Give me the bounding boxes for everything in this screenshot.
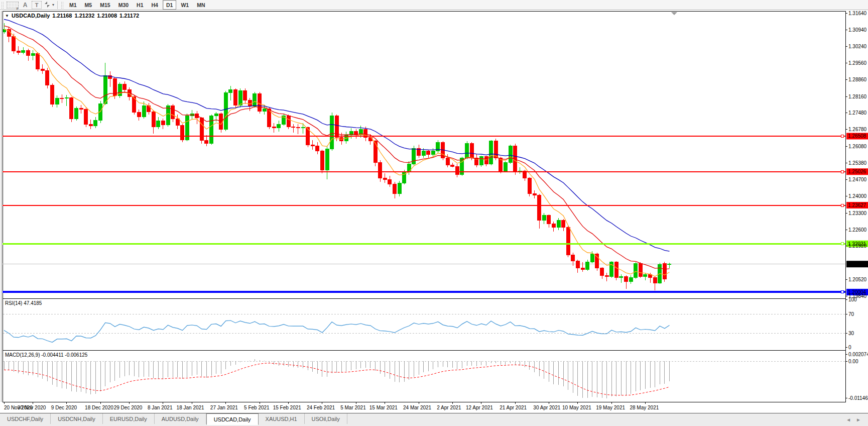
date-axis-label: 24 Feb 2021	[307, 405, 335, 410]
hline-handle[interactable]	[841, 204, 843, 206]
hline-price-badge-text: 1.25026	[848, 169, 866, 174]
price-axis-tick: 1.22600	[848, 227, 867, 233]
symbol-tab[interactable]: USOil,Daily	[305, 413, 347, 424]
rsi-axis-tick: 0	[848, 345, 851, 350]
price-axis-tick: 1.29560	[848, 60, 867, 66]
ohlc-open: 1.21168	[52, 13, 72, 19]
price-axis-tick: 1.24000	[848, 193, 867, 199]
symbol-tab[interactable]: AUDUSD,Daily	[155, 413, 206, 424]
date-axis-label: 30 Apr 2021	[533, 405, 560, 410]
chart-symbol-period: USDCAD,Daily	[12, 13, 50, 19]
rsi-axis-tick: 100	[848, 297, 857, 302]
date-axis-label: 30 Nov 2020	[18, 405, 46, 410]
hline-handle[interactable]	[841, 135, 843, 137]
ohlc-close: 1.21172	[119, 13, 139, 19]
macd-indicator-label: MACD(12,26,9) -0.004411 -0.006125	[5, 352, 87, 358]
price-axis-tick: 1.23300	[848, 210, 867, 216]
symbol-tab[interactable]: XAUUSD,H1	[259, 413, 305, 424]
rsi-axis-tick: 70	[848, 311, 854, 317]
date-axis-label: 2 Apr 2021	[437, 405, 461, 410]
date-axis-label: 21 Apr 2021	[500, 405, 527, 410]
price-axis-tick: 1.26080	[848, 144, 867, 149]
hline-price-badge-text: 1.26508	[848, 133, 866, 139]
symbol-tab[interactable]: EURUSD,Daily	[103, 413, 155, 424]
price-axis-tick: 1.31640	[848, 11, 867, 16]
hline-handle[interactable]	[841, 170, 843, 173]
symbol-tab[interactable]: USDCNH,Daily	[51, 413, 103, 424]
date-axis-label: 5 Mar 2021	[340, 405, 366, 410]
price-axis-tick: 1.27480	[848, 110, 867, 116]
current-price-badge-text: 1.21172	[848, 261, 866, 267]
price-axis-tick: 1.24700	[848, 177, 867, 182]
date-axis-label: 28 May 2021	[630, 405, 659, 410]
date-axis-label: 27 Jan 2021	[210, 405, 238, 410]
date-axis-label: 9 Dec 2020	[51, 405, 77, 410]
symbol-tab-label: USDCNH,Daily	[58, 416, 95, 422]
price-axis-tick: 1.21920	[848, 243, 867, 249]
price-axis-tick: 1.28860	[848, 77, 867, 82]
macd-axis-tick: -0.011462	[848, 395, 868, 401]
symbol-tab-label: EURUSD,Daily	[110, 416, 147, 422]
date-axis-label: 15 Feb 2021	[273, 405, 302, 410]
ohlc-high: 1.21232	[74, 13, 94, 19]
price-axis-tick: 1.28160	[848, 94, 867, 99]
symbol-tab-bar: USDCHF,DailyUSDCNH,DailyEURUSD,DailyAUDU…	[0, 413, 868, 426]
date-axis-label: 12 Apr 2021	[466, 405, 493, 410]
tab-scroll-right-arrow[interactable]: ►	[856, 417, 861, 422]
symbol-tab[interactable]: USDCAD,Daily	[206, 413, 259, 425]
macd-axis-tick: 0.00	[848, 359, 858, 364]
symbol-tab-label: AUDUSD,Daily	[162, 416, 199, 422]
hline-price-badge-text: 1.23627	[848, 202, 866, 208]
price-axis-tick: 1.26780	[848, 127, 867, 132]
date-axis-label: 29 Dec 2020	[114, 405, 143, 410]
panel-frame	[3, 350, 845, 402]
date-axis-label: 10 May 2021	[562, 405, 591, 410]
date-axis-label: 5 Feb 2021	[244, 405, 270, 410]
date-axis-label: 8 Jan 2021	[148, 405, 173, 410]
date-axis-label: 15 Mar 2021	[369, 405, 398, 410]
tab-scroll-left-arrow[interactable]: ◄	[846, 417, 851, 422]
price-axis-tick: 1.20520	[848, 277, 867, 282]
date-axis-label: 18 Dec 2020	[85, 405, 113, 410]
tab-scroll-arrows: ◄ ►	[846, 413, 868, 426]
price-axis-tick: 1.25380	[848, 160, 867, 166]
hline-handle[interactable]	[841, 291, 843, 293]
rsi-axis-tick: 30	[848, 331, 854, 336]
price-axis-tick: 1.30940	[848, 27, 867, 33]
price-chart-canvas[interactable]: 1.265081.250261.236271.220211.200041.316…	[0, 0, 868, 426]
symbol-tab-label: USDCHF,Daily	[7, 416, 43, 422]
ohlc-low: 1.21008	[97, 13, 117, 19]
date-axis-label: 24 Mar 2021	[403, 405, 432, 410]
price-axis-tick: 1.30240	[848, 44, 867, 49]
rsi-indicator-label: RSI(14) 47.4185	[5, 300, 42, 306]
hline-handle[interactable]	[841, 243, 843, 245]
symbol-tab-label: XAUUSD,H1	[266, 416, 297, 422]
chart-title-collapse-icon[interactable]: ▼	[5, 14, 9, 18]
symbol-tab[interactable]: USDCHF,Daily	[0, 413, 51, 424]
chart-title: ▼USDCAD,Daily1.211681.212321.210081.2117…	[5, 13, 139, 19]
date-axis-label: 18 Jan 2021	[177, 405, 204, 410]
symbol-tab-label: USDCAD,Daily	[214, 416, 251, 422]
macd-axis-tick: 0.002074	[848, 352, 868, 357]
symbol-tab-label: USOil,Daily	[312, 416, 340, 422]
panel-frame	[3, 298, 845, 350]
date-axis-label: 19 May 2021	[596, 405, 625, 410]
mt4-terminal: { "toolbar": { "tools": [ {"name": "char…	[0, 0, 868, 426]
